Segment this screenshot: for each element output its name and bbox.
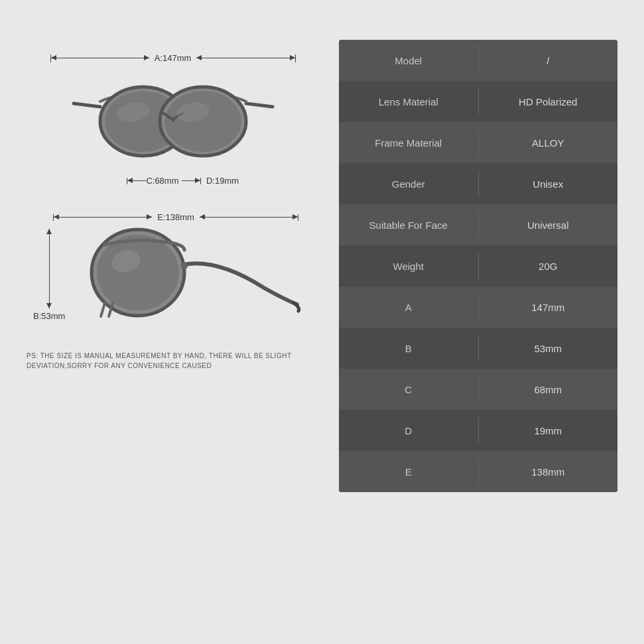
a-dimension-label: A:147mm xyxy=(155,53,192,63)
spec-label: Suitable For Face xyxy=(339,210,478,240)
glasses-side-view xyxy=(72,225,310,324)
spec-value: / xyxy=(479,46,618,76)
spec-label: Model xyxy=(339,46,478,76)
spec-row: A147mm xyxy=(339,287,617,328)
e-dimension-arrow: E:138mm xyxy=(53,212,298,222)
spec-row: GenderUnisex xyxy=(339,163,617,204)
spec-label: Frame Material xyxy=(339,128,478,158)
svg-point-9 xyxy=(97,235,179,310)
c-dimension-label: C:68mm xyxy=(146,176,178,186)
spec-value: HD Polarized xyxy=(479,87,618,117)
spec-label: Weight xyxy=(339,251,478,281)
spec-label: D xyxy=(339,416,478,446)
spec-row: Frame MaterialALLOY xyxy=(339,122,617,163)
d-dimension-label: D:19mm xyxy=(206,176,239,186)
svg-point-5 xyxy=(164,91,241,152)
spec-row: Weight20G xyxy=(339,245,617,287)
spec-row: B53mm xyxy=(339,328,617,369)
spec-value: Universal xyxy=(479,210,618,240)
main-container: A:147mm xyxy=(0,0,644,644)
spec-value: 20G xyxy=(479,251,618,281)
spec-value: 53mm xyxy=(479,334,618,363)
spec-value: 68mm xyxy=(479,375,618,405)
footnote: PS: THE SIZE IS MANUAL MEASUREMENT BY HA… xyxy=(27,351,319,371)
spec-row: E138mm xyxy=(339,451,617,492)
side-view-section: E:138mm B:53mm xyxy=(27,212,319,324)
spec-label: C xyxy=(339,375,478,405)
spec-value: 147mm xyxy=(479,292,618,322)
e-dimension-label: E:138mm xyxy=(157,212,194,222)
spec-label: Lens Material xyxy=(339,87,478,117)
spec-value: ALLOY xyxy=(479,128,618,158)
spec-label: B xyxy=(339,334,478,363)
spec-label: Gender xyxy=(339,169,478,199)
spec-label: E xyxy=(339,457,478,487)
left-panel: A:147mm xyxy=(27,40,319,371)
spec-row: Lens MaterialHD Polarized xyxy=(339,81,617,122)
spec-row: Suitable For FaceUniversal xyxy=(339,204,617,245)
svg-point-11 xyxy=(181,263,188,269)
glasses-front-view xyxy=(67,67,279,173)
spec-value: Unisex xyxy=(479,169,618,199)
a-dimension-arrow: A:147mm xyxy=(50,53,296,63)
specs-table: Model/Lens MaterialHD PolarizedFrame Mat… xyxy=(339,40,617,492)
spec-value: 19mm xyxy=(479,416,618,446)
spec-row: Model/ xyxy=(339,40,617,81)
spec-row: D19mm xyxy=(339,410,617,451)
svg-line-1 xyxy=(246,103,273,107)
b-dimension-arrow: B:53mm xyxy=(33,229,65,321)
side-view-row: B:53mm xyxy=(27,225,310,324)
spec-label: A xyxy=(339,292,478,322)
spec-value: 138mm xyxy=(479,457,618,487)
b-dimension-label: B:53mm xyxy=(33,311,65,321)
front-view-section: A:147mm xyxy=(27,53,319,186)
spec-row: C68mm xyxy=(339,369,617,410)
cd-dimensions: C:68mm D:19mm xyxy=(127,176,239,186)
svg-line-0 xyxy=(74,103,100,107)
